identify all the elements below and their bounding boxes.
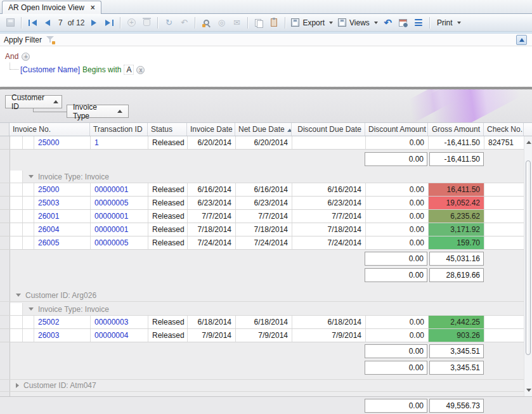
export-dropdown-icon[interactable] (329, 22, 333, 24)
cell-gross-amount[interactable]: 903.26 (429, 329, 484, 342)
cell-discount-due-date[interactable]: 7/9/2014 (292, 329, 366, 342)
group-row[interactable]: Invoice Type: Invoice (0, 303, 524, 316)
cell-status[interactable]: Released (148, 183, 188, 196)
cell-transaction-id[interactable]: 00000001 (91, 183, 148, 196)
cell-discount-amount[interactable]: 0.00 (366, 223, 429, 236)
cell-gross-amount[interactable]: 19,052.42 (429, 197, 484, 209)
table-row[interactable]: 2500300000005Released6/23/20146/23/20146… (0, 197, 524, 210)
cell-discount-amount[interactable]: 0.00 (366, 210, 429, 223)
cell-invoice-no[interactable]: 26001 (34, 210, 91, 223)
paste-button[interactable] (267, 16, 281, 30)
group-button-invoice-type[interactable]: Invoice Type (67, 105, 129, 118)
cell-check-no[interactable] (484, 183, 524, 196)
cell-gross-amount[interactable]: 16,411.50 (429, 183, 484, 196)
cell-discount-amount[interactable]: 0.00 (366, 329, 429, 342)
column-header-invoice-date[interactable]: Invoice Date (187, 123, 235, 136)
scrollbar-thumb[interactable] (526, 160, 531, 355)
views-dropdown-icon[interactable] (374, 22, 378, 24)
cell-discount-amount[interactable]: 0.00 (366, 197, 429, 209)
cell-invoice-date[interactable]: 6/23/2014 (188, 197, 236, 209)
cell-check-no[interactable] (484, 316, 524, 328)
cell-status[interactable]: Released (148, 316, 188, 328)
scroll-up-button[interactable] (524, 138, 532, 147)
cell-discount-amount[interactable]: 0.00 (366, 316, 429, 328)
cell-net-due-date[interactable]: 7/24/2014 (236, 236, 292, 249)
filter-operator[interactable]: Begins with (82, 65, 121, 74)
column-header-net-due-date[interactable]: Net Due Date (235, 123, 292, 136)
cell-discount-amount[interactable]: 0.00 (366, 236, 429, 249)
group-row[interactable]: Customer ID: Arg026 (0, 289, 524, 302)
table-row[interactable]: 2600400000001Released7/18/20147/18/20147… (0, 223, 524, 236)
column-header-transaction-id[interactable]: Transaction ID (90, 123, 148, 136)
first-record-button[interactable] (25, 16, 39, 30)
cell-status[interactable]: Released (148, 136, 188, 149)
cell-gross-amount[interactable]: -16,411.50 (429, 136, 484, 149)
cell-invoice-date[interactable]: 6/20/2014 (188, 136, 236, 149)
cell-discount-due-date[interactable]: 7/7/2014 (292, 210, 366, 223)
layout-menu-button[interactable] (412, 16, 425, 30)
column-header-discount-amount[interactable]: Discount Amount (365, 123, 428, 136)
cell-check-no[interactable] (484, 210, 524, 223)
cell-invoice-no[interactable]: 25003 (34, 197, 91, 209)
group-button-customer-id[interactable]: Customer ID (5, 95, 62, 108)
cell-invoice-date[interactable]: 7/24/2014 (188, 236, 236, 249)
cell-check-no[interactable] (484, 329, 524, 342)
filter-group-operator[interactable]: And (5, 52, 18, 61)
column-header-gross-amount[interactable]: Gross Amount (428, 123, 484, 136)
add-condition-icon[interactable]: + (22, 53, 30, 61)
filter-value[interactable]: A (124, 65, 134, 75)
cell-invoice-date[interactable]: 7/9/2014 (188, 329, 236, 342)
grid-settings-button[interactable] (396, 16, 410, 30)
table-row[interactable]: 2500000000001Released6/16/20146/16/20146… (0, 183, 524, 197)
tab-close-icon[interactable]: × (91, 4, 95, 11)
cell-transaction-id[interactable]: 1 (91, 136, 148, 149)
cell-invoice-no[interactable]: 25000 (34, 183, 91, 196)
cell-invoice-date[interactable]: 7/18/2014 (188, 223, 236, 236)
table-row[interactable]: 2600500000005Released7/24/20147/24/20147… (0, 236, 524, 250)
cell-check-no[interactable] (484, 197, 524, 209)
cell-discount-due-date[interactable]: 6/18/2014 (292, 316, 366, 328)
cell-status[interactable]: Released (148, 197, 188, 209)
column-header-discount-due-date[interactable]: Discount Due Date (292, 123, 365, 136)
scroll-down-button[interactable] (524, 385, 532, 395)
record-position[interactable]: 7 (56, 18, 65, 27)
cell-net-due-date[interactable]: 6/23/2014 (236, 197, 292, 209)
column-header-invoice-no-[interactable]: Invoice No. (10, 123, 90, 136)
views-button[interactable]: Views (336, 16, 380, 30)
cell-invoice-date[interactable]: 6/18/2014 (188, 316, 236, 328)
search-button[interactable] (199, 16, 213, 30)
cell-gross-amount[interactable]: 6,235.62 (429, 210, 484, 223)
cell-invoice-no[interactable]: 25002 (34, 316, 91, 328)
cell-net-due-date[interactable]: 6/20/2014 (236, 136, 292, 149)
cell-transaction-id[interactable]: 00000005 (91, 236, 148, 249)
cell-transaction-id[interactable]: 00000003 (91, 316, 148, 328)
cell-discount-due-date[interactable] (292, 136, 366, 149)
cell-status[interactable]: Released (148, 223, 188, 236)
next-record-button[interactable] (87, 16, 101, 30)
cell-transaction-id[interactable]: 00000001 (91, 223, 148, 236)
cell-net-due-date[interactable]: 6/18/2014 (236, 316, 292, 328)
cell-discount-due-date[interactable]: 7/18/2014 (292, 223, 366, 236)
cell-discount-due-date[interactable]: 6/16/2014 (292, 183, 366, 196)
collapse-group-icon[interactable] (29, 175, 34, 178)
cell-invoice-date[interactable]: 7/7/2014 (188, 210, 236, 223)
group-row[interactable]: Customer ID: Atm047 (0, 379, 524, 392)
column-header-check-no-[interactable]: Check No. (484, 123, 524, 136)
cell-status[interactable]: Released (148, 210, 188, 223)
vertical-scrollbar[interactable] (524, 136, 532, 396)
copy-button[interactable] (252, 16, 266, 30)
last-record-button[interactable] (102, 16, 116, 30)
cell-net-due-date[interactable]: 7/9/2014 (236, 329, 292, 342)
collapse-group-icon[interactable] (29, 307, 34, 311)
cell-check-no[interactable]: 824751 (484, 136, 524, 149)
remove-condition-icon[interactable]: x (136, 66, 145, 74)
cell-check-no[interactable] (484, 223, 524, 236)
cell-discount-due-date[interactable]: 7/24/2014 (292, 236, 366, 249)
cell-transaction-id[interactable]: 00000004 (91, 329, 148, 342)
collapse-group-icon[interactable] (16, 294, 21, 297)
table-row[interactable]: 2500200000003Released6/18/20146/18/20146… (0, 316, 524, 329)
cell-discount-amount[interactable]: 0.00 (366, 136, 429, 149)
tab-ar-open-invoice-view[interactable]: AR Open Invoice View × (2, 1, 101, 14)
cell-net-due-date[interactable]: 7/18/2014 (236, 223, 292, 236)
expand-group-icon[interactable] (16, 383, 19, 388)
